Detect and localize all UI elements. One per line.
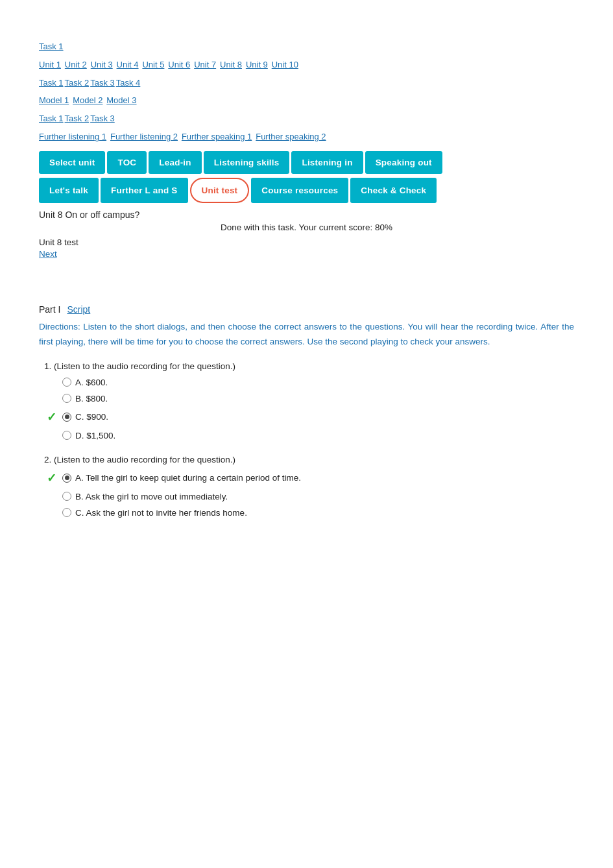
radio-dot (65, 476, 69, 480)
correct-check-q2-1: ✓ (47, 471, 58, 485)
nav-row-task1: Task 1 (39, 39, 574, 54)
nav-task2-1[interactable]: Task 1 (39, 114, 64, 123)
tab-row2-unit-test[interactable]: Unit test (190, 178, 250, 203)
nav-row-tasks1: Task 1Task 2Task 3Task 4 (39, 75, 574, 91)
nav-row-tasks2: Task 1Task 2Task 3 (39, 111, 574, 127)
nav-further-1[interactable]: Further listening 1 (39, 132, 106, 141)
option-text-q1-2: B. $800. (75, 394, 108, 404)
question-1: 1. (Listen to the audio recording for th… (39, 361, 574, 440)
nav-task1-3[interactable]: Task 3 (90, 78, 115, 88)
radio-q1-4[interactable] (62, 431, 71, 440)
option-text-q2-2: B. Ask the girl to move out immediately. (75, 492, 228, 501)
tab-bar-row2: Let's talkFurther L and SUnit testCourse… (39, 178, 574, 203)
radio-q1-3[interactable] (62, 413, 71, 422)
score-line: Done with this task. Your current score:… (39, 223, 574, 232)
nav-unit-2[interactable]: Unit 2 (65, 60, 87, 69)
tab-row2-further-l-and-s[interactable]: Further L and S (101, 178, 188, 203)
nav-unit-4[interactable]: Unit 4 (117, 60, 139, 69)
nav-model-3[interactable]: Model 3 (106, 95, 136, 105)
option-text-q1-3: C. $900. (75, 412, 108, 422)
nav-task1-2[interactable]: Task 2 (65, 78, 90, 88)
questions-container: 1. (Listen to the audio recording for th… (39, 361, 574, 518)
tab-row2-let's-talk[interactable]: Let's talk (39, 178, 99, 203)
option-row-q1-2: B. $800. (47, 394, 574, 404)
nav-row-models: Model 1 Model 2 Model 3 (39, 93, 574, 108)
option-text-q2-3: C. Ask the girl not to invite her friend… (75, 508, 247, 518)
part-label: Part I (39, 304, 60, 315)
option-row-q1-4: D. $1,500. (47, 431, 574, 440)
radio-q2-2[interactable] (62, 492, 71, 501)
option-row-q1-3: ✓C. $900. (47, 410, 574, 424)
tab-row1-toc[interactable]: TOC (107, 151, 147, 174)
nav-unit-9[interactable]: Unit 9 (246, 60, 268, 69)
nav-further-4[interactable]: Further speaking 2 (256, 132, 326, 141)
tab-row1-listening-in[interactable]: Listening in (291, 151, 363, 174)
nav-further-2[interactable]: Further listening 2 (110, 132, 178, 141)
next-link[interactable]: Next (39, 249, 57, 259)
nav-unit-1[interactable]: Unit 1 (39, 60, 61, 69)
radio-q1-1[interactable] (62, 378, 71, 387)
question-text-1: 1. (Listen to the audio recording for th… (44, 361, 574, 371)
nav-task1-4[interactable]: Task 4 (116, 78, 141, 88)
radio-q2-1[interactable] (62, 474, 71, 483)
correct-check-q1-3: ✓ (47, 410, 58, 424)
nav-unit-5[interactable]: Unit 5 (142, 60, 164, 69)
nav-further-3[interactable]: Further speaking 1 (182, 132, 252, 141)
option-text-q1-1: A. $600. (75, 378, 108, 387)
tab-row2-check-&-check[interactable]: Check & Check (350, 178, 437, 203)
nav-task2-3[interactable]: Task 3 (90, 114, 115, 123)
tab-row1-speaking-out[interactable]: Speaking out (365, 151, 442, 174)
nav-row-further: Further listening 1 Further listening 2 … (39, 129, 574, 145)
tab-bar-row1: Select unitTOCLead-inListening skillsLis… (39, 151, 574, 174)
directions-text: Directions: Listen to the short dialogs,… (39, 320, 574, 350)
nav-unit-6[interactable]: Unit 6 (168, 60, 190, 69)
tab-row1-select-unit[interactable]: Select unit (39, 151, 105, 174)
option-row-q2-2: B. Ask the girl to move out immediately. (47, 492, 574, 501)
nav-unit-8[interactable]: Unit 8 (220, 60, 242, 69)
nav-task2-2[interactable]: Task 2 (65, 114, 90, 123)
script-link[interactable]: Script (67, 304, 90, 315)
nav-task1-top[interactable]: Task 1 (39, 42, 64, 51)
part-header: Part I Script (39, 304, 574, 315)
nav-row-units: Unit 1 Unit 2 Unit 3 Unit 4 Unit 5 Unit … (39, 57, 574, 73)
question-2: 2. (Listen to the audio recording for th… (39, 455, 574, 518)
option-row-q2-1: ✓A. Tell the girl to keep quiet during a… (47, 471, 574, 485)
nav-model-1[interactable]: Model 1 (39, 95, 69, 105)
tab-row2-course-resources[interactable]: Course resources (251, 178, 348, 203)
option-row-q2-3: C. Ask the girl not to invite her friend… (47, 508, 574, 518)
unit-test-label: Unit 8 test (39, 237, 574, 247)
radio-q2-3[interactable] (62, 508, 71, 517)
nav-unit-7[interactable]: Unit 7 (194, 60, 216, 69)
question-text-2: 2. (Listen to the audio recording for th… (44, 455, 574, 464)
nav-unit-10[interactable]: Unit 10 (272, 60, 298, 69)
nav-unit-3[interactable]: Unit 3 (91, 60, 113, 69)
option-row-q1-1: A. $600. (47, 378, 574, 387)
nav-section: Task 1 Unit 1 Unit 2 Unit 3 Unit 4 Unit … (39, 39, 574, 145)
option-text-q1-4: D. $1,500. (75, 431, 115, 440)
tab-row1-listening-skills[interactable]: Listening skills (204, 151, 290, 174)
option-text-q2-1: A. Tell the girl to keep quiet during a … (75, 473, 301, 483)
nav-model-2[interactable]: Model 2 (73, 95, 102, 105)
tab-row1-lead-in[interactable]: Lead-in (149, 151, 201, 174)
nav-task1-1[interactable]: Task 1 (39, 78, 64, 88)
radio-dot (65, 415, 69, 419)
unit-title: Unit 8 On or off campus? (39, 210, 574, 220)
radio-q1-2[interactable] (62, 394, 71, 403)
page-wrapper: Task 1 Unit 1 Unit 2 Unit 3 Unit 4 Unit … (0, 0, 613, 868)
